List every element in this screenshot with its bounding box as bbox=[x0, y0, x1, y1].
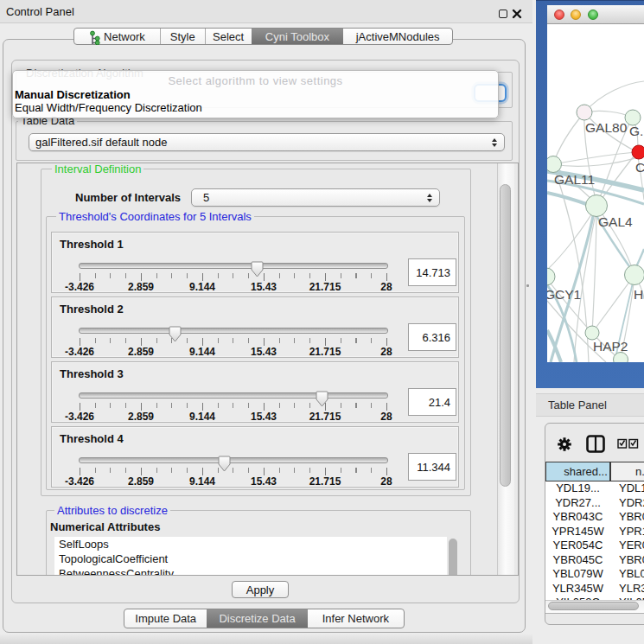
svg-text:GCY1: GCY1 bbox=[547, 287, 581, 302]
svg-text:GAL11: GAL11 bbox=[554, 172, 595, 187]
svg-text:H: H bbox=[634, 287, 643, 302]
svg-text:G.: G. bbox=[629, 124, 643, 138]
svg-text:C: C bbox=[635, 160, 644, 175]
svg-text:GAL80: GAL80 bbox=[585, 120, 628, 135]
svg-text:HAP2: HAP2 bbox=[593, 339, 628, 354]
svg-text:GAL4: GAL4 bbox=[598, 214, 633, 229]
